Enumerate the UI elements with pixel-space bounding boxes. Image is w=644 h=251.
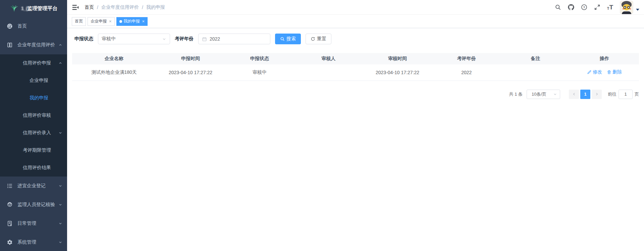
breadcrumb-separator: / — [97, 5, 98, 10]
sidebar-item-company-declare[interactable]: 企业申报 — [0, 72, 67, 89]
pagination: 共 1 条 10条/页 1 前往 页 — [72, 90, 639, 99]
search-button[interactable]: 搜索 — [275, 34, 301, 44]
chevron-up-icon — [58, 61, 62, 65]
goto-page-input[interactable] — [619, 90, 633, 99]
tab-label: 我的申报 — [124, 18, 140, 24]
col-declare-status: 申报状态 — [225, 53, 294, 64]
close-icon[interactable]: × — [109, 19, 112, 23]
avatar[interactable] — [620, 1, 633, 14]
dashboard-icon — [7, 23, 13, 29]
tab-company-declare[interactable]: 企业申报 × — [88, 17, 115, 26]
logo-title: 1_(监理管理平台 — [21, 5, 58, 12]
pager: 1 — [568, 90, 602, 99]
prev-page-button[interactable] — [569, 90, 579, 99]
github-icon[interactable] — [568, 4, 574, 10]
trash-icon — [607, 70, 611, 74]
filter-bar: 申报状态 审核中 考评年份 搜索 — [72, 33, 639, 44]
sidebar-item-label: 日常管理 — [17, 220, 36, 227]
sidebar-item-daily-mgmt[interactable]: 日常管理 — [0, 214, 67, 233]
chevron-up-icon — [58, 43, 62, 47]
logo-leaf-icon — [10, 5, 18, 12]
sidebar-item-credit-result[interactable]: 信用评价结果 — [0, 159, 67, 177]
sidebar-item-supervisor-reg-check[interactable]: 监理人员登记核验 — [0, 195, 67, 214]
year-input[interactable] — [210, 36, 267, 42]
delete-link[interactable]: 删除 — [607, 69, 622, 75]
help-icon[interactable]: ? — [581, 4, 587, 10]
active-dot — [119, 20, 122, 23]
svg-text:?: ? — [583, 5, 585, 9]
status-filter-label: 申报状态 — [74, 36, 93, 42]
edit-pencil-icon — [587, 70, 592, 74]
goto-label: 前往 — [608, 91, 616, 97]
cell-assess-year: 2022 — [432, 64, 501, 81]
sidebar-item-label: 信用评价申报 — [23, 60, 51, 66]
goto-unit: 页 — [635, 91, 639, 97]
cell-operations: 修改 删除 — [570, 64, 639, 81]
next-page-button[interactable] — [592, 90, 602, 99]
sidebar-item-credit-root[interactable]: 企业年度信用评价 — [0, 36, 67, 54]
chevron-down-icon — [58, 221, 62, 225]
reset-button[interactable]: 重置 — [306, 34, 331, 44]
sidebar-item-label: 信用评价录入 — [23, 130, 51, 136]
year-picker[interactable] — [198, 34, 270, 44]
calendar-icon — [202, 37, 207, 42]
sidebar-collapse-icon[interactable] — [72, 4, 79, 11]
chevron-left-icon — [572, 92, 576, 96]
chevron-down-icon — [162, 37, 166, 41]
cell-company-name: 测试外地企业满180天 — [72, 64, 156, 81]
main-area: 首页 / 企业年度信用评价 / 我的申报 ? — [67, 0, 644, 251]
declarations-table: 企业名称 申报时间 申报状态 审核人 审核时间 考评年份 备注 操作 测试外地企… — [72, 53, 639, 81]
sidebar-item-label: 进宜企业登记 — [17, 183, 46, 189]
search-icon[interactable] — [555, 4, 561, 10]
col-reviewer: 审核人 — [294, 53, 363, 64]
sidebar-item-my-declare[interactable]: 我的申报 — [0, 89, 67, 107]
goto-page: 前往 页 — [608, 90, 639, 99]
col-operations: 操作 — [570, 53, 639, 64]
page-number-current[interactable]: 1 — [580, 90, 590, 99]
year-filter-label: 考评年份 — [175, 36, 194, 42]
cell-declare-time: 2023-04-10 17:27:22 — [156, 64, 225, 81]
app-root: 1_(监理管理平台 首页 企业年 — [0, 0, 644, 251]
sidebar-item-credit-entry[interactable]: 信用评价录入 — [0, 124, 67, 142]
caret-down-icon[interactable] — [636, 9, 639, 11]
breadcrumb-separator: / — [142, 5, 143, 10]
user-menu[interactable] — [620, 1, 639, 14]
status-select[interactable]: 审核中 — [98, 34, 170, 44]
sidebar-item-assess-period[interactable]: 考评期限管理 — [0, 142, 67, 159]
sidebar-item-enter-company-reg[interactable]: 进宜企业登记 — [0, 177, 67, 195]
fullscreen-icon[interactable] — [594, 4, 600, 10]
sidebar-item-label: 我的申报 — [30, 95, 48, 101]
page-size-select[interactable]: 10条/页 — [527, 90, 560, 99]
sidebar: 1_(监理管理平台 首页 企业年 — [0, 0, 67, 251]
cell-reviewer — [294, 64, 363, 81]
close-icon[interactable]: × — [142, 19, 145, 23]
col-assess-year: 考评年份 — [432, 53, 501, 64]
sidebar-item-credit-declare[interactable]: 信用评价申报 — [0, 54, 67, 72]
logo-prefix-obscured: 1_( — [21, 5, 28, 11]
tab-home[interactable]: 首页 — [72, 17, 86, 26]
tab-my-declare[interactable]: 我的申报 × — [116, 17, 148, 26]
cell-remark — [501, 64, 570, 81]
font-size-icon[interactable]: TT — [607, 4, 613, 10]
sidebar-item-label: 首页 — [17, 23, 27, 29]
tab-label: 首页 — [75, 18, 83, 24]
search-icon — [280, 37, 285, 41]
chevron-down-icon — [58, 184, 62, 188]
sidebar-item-system-mgmt[interactable]: 系统管理 — [0, 233, 67, 251]
page-content: 申报状态 审核中 考评年份 搜索 — [67, 28, 644, 251]
table-row: 测试外地企业满180天 2023-04-10 17:27:22 审核中 2023… — [72, 64, 639, 81]
table-header: 企业名称 申报时间 申报状态 审核人 审核时间 考评年份 备注 操作 — [72, 53, 639, 64]
edit-link[interactable]: 修改 — [587, 69, 602, 75]
breadcrumb-credit-root[interactable]: 企业年度信用评价 — [101, 4, 139, 10]
chevron-down-icon — [58, 240, 62, 244]
sidebar-item-label: 信用评价审核 — [23, 112, 51, 118]
refresh-icon — [311, 37, 315, 41]
sidebar-item-home[interactable]: 首页 — [0, 17, 67, 36]
tab-label: 企业申报 — [91, 18, 107, 24]
pagination-total: 共 1 条 — [509, 91, 523, 97]
breadcrumb-home[interactable]: 首页 — [85, 4, 94, 10]
sidebar-submenu-credit: 信用评价申报 企业申报 我的申报 信用评价审核 信用评价录入 考评期限管理 — [0, 54, 67, 177]
cell-review-time: 2023-04-10 17:27:22 — [363, 64, 432, 81]
sidebar-item-credit-review[interactable]: 信用评价审核 — [0, 107, 67, 124]
logo[interactable]: 1_(监理管理平台 — [0, 0, 67, 17]
